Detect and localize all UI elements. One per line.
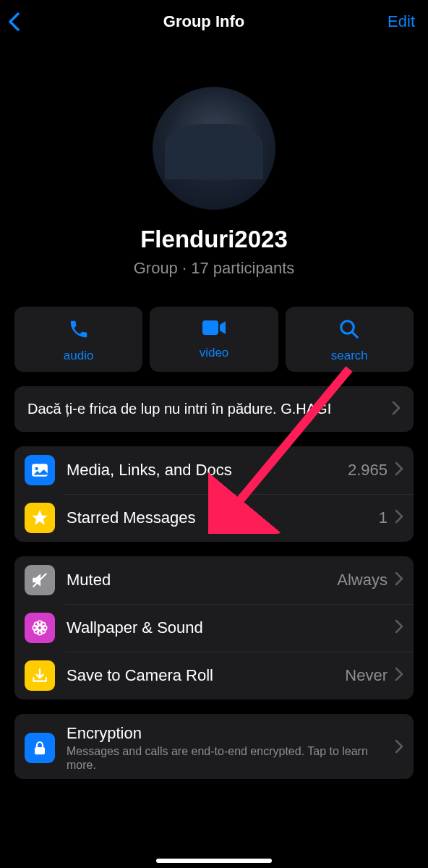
phone-icon [68,318,90,343]
search-label: search [331,349,368,363]
edit-button[interactable]: Edit [372,12,415,31]
group-status-row[interactable]: Dacă ți-e frica de lup nu intri în pădur… [14,386,414,432]
audio-call-button[interactable]: audio [14,307,142,372]
page-title: Group Info [36,12,372,31]
media-label: Media, Links, and Docs [67,461,348,480]
encryption-title: Encryption [67,724,395,743]
home-indicator [156,859,272,863]
chevron-left-icon [7,12,20,32]
video-icon [202,318,226,340]
group-name: Flenduri2023 [140,226,288,253]
status-text: Dacă ți-e frica de lup nu intri în pădur… [27,399,392,419]
chevron-right-icon [395,571,403,589]
video-call-button[interactable]: video [150,307,278,372]
search-icon [338,318,360,343]
save-value: Never [345,666,388,685]
svg-rect-15 [35,747,45,754]
action-buttons: audio video search [0,295,428,386]
chevron-right-icon [395,509,403,527]
video-label: video [200,346,229,360]
svg-line-2 [352,332,358,338]
download-icon [25,660,55,691]
header: Group Info Edit [0,0,428,43]
chevron-right-icon [395,461,403,479]
group-meta: Group · 17 participants [134,259,295,278]
star-icon [25,503,55,533]
starred-messages-row[interactable]: Starred Messages 1 [14,494,414,542]
media-links-docs-row[interactable]: Media, Links, and Docs 2.965 [14,446,414,494]
chevron-right-icon [392,401,401,418]
search-button[interactable]: search [286,307,414,372]
encryption-row[interactable]: Encryption Messages and calls are end-to… [14,714,414,779]
svg-point-4 [35,467,38,470]
back-button[interactable] [7,12,36,32]
wallpaper-icon [25,613,55,643]
save-label: Save to Camera Roll [67,666,345,685]
lock-icon [25,733,55,763]
media-card: Media, Links, and Docs 2.965 Starred Mes… [14,446,414,542]
encryption-subtitle: Messages and calls are end-to-end encryp… [67,744,395,772]
muted-icon [25,565,55,595]
encryption-card: Encryption Messages and calls are end-to… [14,714,414,779]
save-camera-roll-row[interactable]: Save to Camera Roll Never [14,652,414,699]
group-avatar[interactable] [153,87,275,210]
settings-card: Muted Always Wallpaper & Sound Save to C… [14,556,414,699]
encryption-text: Encryption Messages and calls are end-to… [67,724,395,772]
muted-value: Always [337,571,388,590]
profile-section: Flenduri2023 Group · 17 participants [0,43,428,295]
wallpaper-label: Wallpaper & Sound [67,618,395,637]
starred-label: Starred Messages [67,509,379,527]
status-card: Dacă ți-e frica de lup nu intri în pădur… [14,386,414,432]
wallpaper-sound-row[interactable]: Wallpaper & Sound [14,604,414,652]
muted-row[interactable]: Muted Always [14,556,414,604]
starred-count: 1 [379,509,388,527]
chevron-right-icon [395,739,403,757]
chevron-right-icon [395,619,403,637]
svg-rect-0 [202,320,218,335]
audio-label: audio [64,349,94,363]
media-count: 2.965 [348,461,388,480]
chevron-right-icon [395,667,403,684]
muted-label: Muted [67,571,337,590]
media-icon [25,455,55,485]
